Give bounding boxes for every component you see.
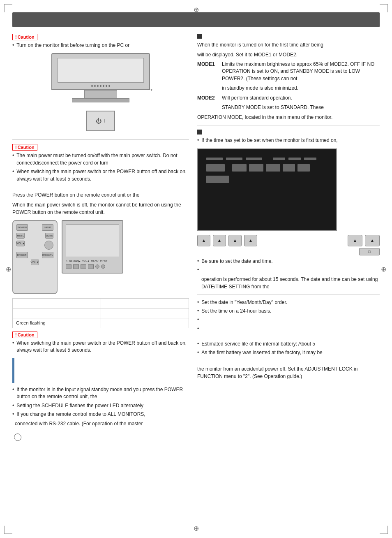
ctrl-label-o: ○ — [66, 260, 67, 262]
monitor-front-diagram: ○ BRIGHT▶ VOL▲ MENU INPUT — [62, 220, 123, 274]
section2-intro: • If the time has yet to be set when the… — [197, 137, 380, 144]
circle-indicator — [14, 434, 21, 441]
remote-power-btn: POWER — [16, 224, 28, 231]
remote-ok-btn — [44, 241, 53, 250]
bullet-icon-4: • — [12, 340, 14, 354]
table-row-1 — [13, 298, 189, 308]
caution2-item1: • The main power must be turned on/off w… — [12, 152, 189, 167]
remote-section: POWER INPUT MUTE MENU VOL▲ BRIGHT- BRIGH… — [12, 220, 189, 294]
monitor-body — [51, 53, 150, 90]
compass-left: ⊕ — [6, 265, 11, 273]
arrow-btn-2[interactable]: ▲ — [213, 235, 226, 246]
section1-heading — [197, 34, 380, 39]
bullet-icon: • — [12, 42, 14, 49]
ctrl-circle-2 — [101, 264, 105, 269]
after-display-text-3: operation is performed for about 15 seco… — [201, 276, 380, 290]
arrow-btn-3[interactable]: ▲ — [228, 235, 242, 246]
block4 — [266, 164, 280, 172]
bullet-icon-14: • — [197, 316, 199, 323]
enter-button[interactable]: □ — [359, 248, 380, 255]
bottom-bullets: • If the monitor is in the input signal … — [12, 386, 189, 428]
table-row-2 — [13, 308, 189, 318]
mode2-label: MODE2 — [197, 95, 218, 102]
mode1-item: MODE1 Limits the maximum brightness to a… — [197, 61, 380, 82]
after-display-bullet-1: • Be sure to set the date and time. — [197, 258, 380, 265]
section-square-2 — [197, 130, 202, 134]
right-divider-1 — [197, 125, 380, 125]
datetime-section: • If the time has yet to be set when the… — [197, 130, 380, 290]
display-row3 — [206, 176, 328, 183]
bullet-icon-11: • — [197, 267, 199, 274]
monitor-controls-row: ○ BRIGHT▶ VOL▲ MENU INPUT — [66, 260, 119, 262]
page: ⊕ ⊕ ⊕ ⊕ Caution • Turn on the monitor fi… — [0, 0, 392, 538]
set-bullets: • Set the date in "Year/Month/Day" order… — [197, 299, 380, 333]
dash1 — [206, 158, 223, 160]
arrow-btn-5[interactable]: ▲ — [348, 235, 362, 246]
arrow-btn-4[interactable]: ▲ — [244, 235, 257, 246]
bottom-divider — [197, 361, 380, 361]
block2 — [232, 164, 247, 172]
arrow-btn-1[interactable]: ▲ — [197, 235, 210, 246]
dot6 — [106, 85, 107, 87]
mode1-cont-text: in standby mode is also minimized. — [222, 85, 298, 92]
display-row2 — [206, 164, 328, 172]
divider-2 — [12, 187, 189, 187]
block-lg — [206, 176, 229, 183]
monitor-dots — [91, 85, 110, 87]
press-text: Press the POWER button on the remote con… — [12, 191, 189, 199]
display-row1 — [206, 158, 328, 160]
dash5 — [288, 158, 301, 160]
ctrl-label-bright: BRIGHT▶ — [69, 260, 81, 262]
corner-br — [380, 526, 388, 534]
bottom-bullet-1: • If the monitor is in the input signal … — [12, 386, 189, 401]
bullet-icon-9: • — [197, 137, 199, 144]
dot7 — [108, 85, 110, 87]
ctrl-label-menu: MENU — [91, 260, 99, 262]
arrow-btn-6[interactable]: ▲ — [365, 235, 380, 246]
section2-heading — [197, 130, 380, 134]
table-cell-1-1 — [13, 298, 101, 308]
datetime-display — [197, 148, 337, 231]
section1-intro: When the monitor is turned on for the fi… — [197, 41, 380, 49]
remote-menu-btn: MENU — [45, 233, 53, 239]
remote-vol-up: VOL▲ — [16, 241, 25, 246]
ctrl-btn-2 — [73, 264, 79, 269]
remote-vol-down: VOL▼ — [31, 260, 39, 265]
ctrl-label-vol: VOL▲ — [82, 260, 90, 262]
dash2 — [226, 158, 242, 160]
left-column: Caution • Turn on the monitor first befo… — [12, 34, 189, 442]
caution-label-3: Caution — [12, 332, 37, 338]
ctrl-btn-4 — [88, 264, 94, 269]
dash4 — [273, 158, 285, 160]
bottom-section — [12, 358, 189, 383]
table-cell-2-2 — [101, 308, 189, 318]
caution-label-1: Caution — [12, 34, 37, 40]
table-cell-1-2 — [101, 298, 189, 308]
section-square-1 — [197, 34, 202, 39]
corner-bl — [4, 526, 12, 534]
caution-section-3: Caution • When switching the main power … — [12, 332, 189, 354]
monitor-screen — [58, 58, 144, 83]
set-bullet-3: • — [197, 316, 380, 323]
remote-mute-btn: MUTE — [16, 233, 25, 239]
bullet-icon-15: • — [197, 325, 199, 332]
bullet-icon-7: • — [12, 411, 14, 418]
bottom-bullet-2: • Setting the SCHEDULE flashes the power… — [12, 402, 189, 409]
remote-control-diagram: POWER INPUT MUTE MENU VOL▲ BRIGHT- BRIGH… — [12, 220, 58, 294]
monitor-screen-small — [66, 224, 119, 257]
blue-bar — [12, 358, 14, 383]
dot3 — [97, 85, 99, 87]
battery-section: • Estimated service life of the internal… — [197, 341, 380, 357]
bottom-text: the monitor from an accidental power off… — [197, 365, 380, 380]
mode1-text: Limits the maximum brightness to approx … — [222, 61, 380, 82]
operation-text: OPERATION MODE, located in the main menu… — [197, 114, 380, 121]
ctrl-btn-3 — [81, 264, 86, 269]
mode1-label: MODE1 — [197, 61, 218, 82]
table-cell-3-2 — [101, 318, 189, 328]
bottom-bullet-3: • If you change the remote control mode … — [12, 411, 189, 418]
battery-bullet-2: • As the first battery was inserted at t… — [197, 349, 380, 356]
bullet-icon-17: • — [197, 349, 199, 356]
bullet-icon-16: • — [197, 341, 199, 348]
bullet-icon-6: • — [12, 402, 14, 409]
bullet-icon-5: • — [12, 386, 14, 401]
